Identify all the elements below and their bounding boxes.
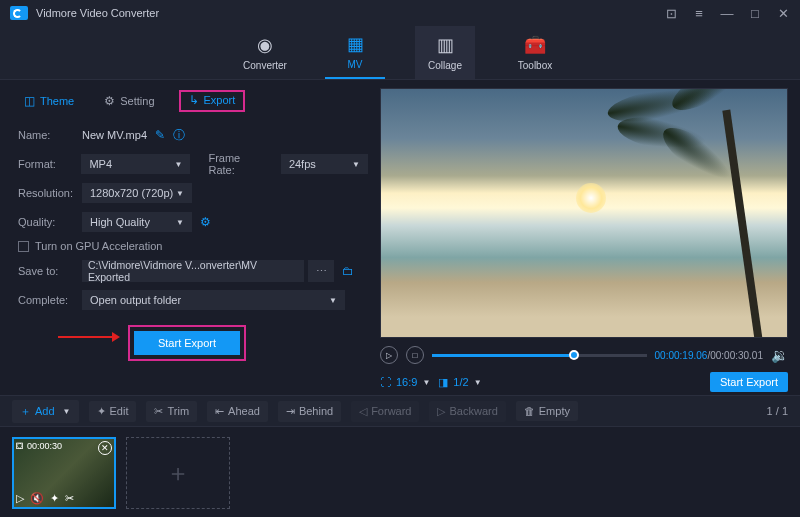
nav-toolbox[interactable]: 🧰 Toolbox [505,26,565,79]
star-icon[interactable]: ✦ [50,492,59,505]
nav-mv[interactable]: ▦ MV [325,26,385,79]
annotation-arrow [58,336,118,338]
add-button[interactable]: ＋Add▼ [12,400,79,423]
clip-duration: ⛋00:00:30 [16,441,62,451]
forward-icon: ◁ [359,405,367,418]
chevron-down-icon: ▼ [175,160,183,169]
clip-thumbnail[interactable]: ⛋00:00:30 ✕ ▷ 🔇 ✦ ✂ [12,437,116,509]
quality-settings-icon[interactable]: ⚙ [200,215,211,229]
ahead-button[interactable]: ⇤Ahead [207,401,268,422]
app-title: Vidmore Video Converter [36,7,159,19]
info-icon[interactable]: ⓘ [173,127,185,144]
name-value: New MV.mp4 [82,129,147,141]
chevron-down-icon: ▼ [422,378,430,387]
menu-icon[interactable]: ≡ [692,6,706,21]
chevron-down-icon: ▼ [176,189,184,198]
trash-icon: 🗑 [524,405,535,417]
start-export-highlight: Start Export [128,325,246,361]
nav-collage[interactable]: ▥ Collage [415,26,475,79]
play-button[interactable]: ▷ [380,346,398,364]
framerate-label: Frame Rate: [208,152,268,176]
tab-setting[interactable]: ⚙ Setting [98,91,160,111]
forward-button[interactable]: ◁Forward [351,401,419,422]
aspect-select[interactable]: ⛶ 16:9 ▼ [380,376,430,388]
browse-button[interactable]: ⋯ [308,260,334,282]
minimize-icon[interactable]: — [720,6,734,21]
behind-icon: ⇥ [286,405,295,418]
aspect-icon: ⛶ [380,376,391,388]
behind-button[interactable]: ⇥Behind [278,401,341,422]
theme-icon: ◫ [24,94,35,108]
chevron-down-icon: ▼ [63,407,71,416]
format-label: Format: [18,158,81,170]
ahead-icon: ⇤ [215,405,224,418]
saveto-path[interactable]: C:\Vidmore\Vidmore V...onverter\MV Expor… [82,260,304,282]
edit-name-icon[interactable]: ✎ [155,128,165,142]
open-folder-icon[interactable]: 🗀 [342,264,354,278]
resolution-select[interactable]: 1280x720 (720p)▼ [82,183,192,203]
progress-bar[interactable] [432,354,647,357]
resolution-label: Resolution: [18,187,82,199]
gpu-checkbox[interactable] [18,241,29,252]
tab-theme[interactable]: ◫ Theme [18,91,80,111]
tab-export[interactable]: ↳ Export [179,90,246,112]
film-icon: ⛋ [16,441,25,451]
quality-select[interactable]: High Quality▼ [82,212,192,232]
time-display: 00:00:19.06/00:00:30.01 [655,350,763,361]
framerate-select[interactable]: 24fps▼ [281,154,368,174]
nav-converter[interactable]: ◉ Converter [235,26,295,79]
play-icon[interactable]: ▷ [16,492,24,505]
format-select[interactable]: MP4▼ [81,154,190,174]
progress-thumb[interactable] [569,350,579,360]
export-icon: ↳ [189,93,199,107]
chevron-down-icon: ▼ [474,378,482,387]
stop-button[interactable]: □ [406,346,424,364]
video-preview[interactable] [380,88,788,338]
volume-icon[interactable]: 🔉 [771,347,788,363]
page-indicator: 1 / 1 [767,405,788,417]
plus-icon: ＋ [20,404,31,419]
edit-button[interactable]: ✦Edit [89,401,137,422]
complete-select[interactable]: Open output folder▼ [82,290,345,310]
start-export-right-button[interactable]: Start Export [710,372,788,392]
fraction-select[interactable]: ◨ 1/2 ▼ [438,376,481,389]
maximize-icon[interactable]: □ [748,6,762,21]
converter-icon: ◉ [257,34,273,56]
add-clip-button[interactable]: ＋ [126,437,230,509]
close-icon[interactable]: ✕ [776,6,790,21]
split-icon: ◨ [438,376,448,389]
collage-icon: ▥ [437,34,454,56]
empty-button[interactable]: 🗑Empty [516,401,578,421]
wand-icon: ✦ [97,405,106,418]
chevron-down-icon: ▼ [329,296,337,305]
gpu-label: Turn on GPU Acceleration [35,240,162,252]
backward-button[interactable]: ▷Backward [429,401,505,422]
name-label: Name: [18,129,82,141]
saveto-label: Save to: [18,265,82,277]
app-logo [10,6,28,20]
backward-icon: ▷ [437,405,445,418]
scissors-icon: ✂ [154,405,163,418]
mv-icon: ▦ [347,33,364,55]
mute-icon[interactable]: 🔇 [30,492,44,505]
remove-clip-button[interactable]: ✕ [98,441,112,455]
trim-button[interactable]: ✂Trim [146,401,197,422]
chevron-down-icon: ▼ [352,160,360,169]
quality-label: Quality: [18,216,82,228]
feedback-icon[interactable]: ⊡ [664,6,678,21]
gear-icon: ⚙ [104,94,115,108]
toolbox-icon: 🧰 [524,34,546,56]
chevron-down-icon: ▼ [176,218,184,227]
start-export-button[interactable]: Start Export [134,331,240,355]
scissors-icon[interactable]: ✂ [65,492,74,505]
complete-label: Complete: [18,294,82,306]
